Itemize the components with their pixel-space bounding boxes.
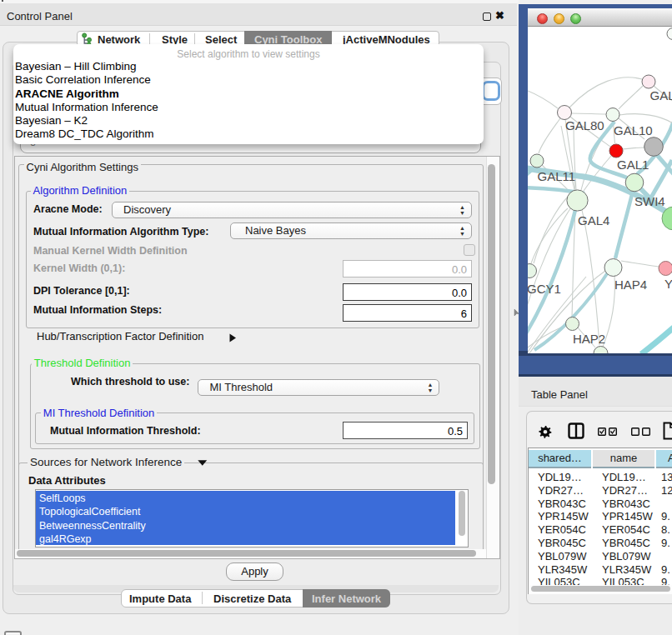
svg-text:GAL11: GAL11 xyxy=(538,169,576,183)
svg-text:GAL80: GAL80 xyxy=(565,118,604,132)
svg-text:GCY1: GCY1 xyxy=(528,282,561,296)
svg-text:HAP2: HAP2 xyxy=(573,332,605,346)
svg-text:HAP4: HAP4 xyxy=(614,278,647,292)
svg-text:Y: Y xyxy=(664,277,672,291)
svg-text:GAL7: GAL7 xyxy=(650,88,672,102)
svg-text:GAL1: GAL1 xyxy=(617,158,649,172)
svg-text:GAL10: GAL10 xyxy=(614,123,653,138)
svg-text:GAL4: GAL4 xyxy=(578,213,609,228)
svg-text:SWI4: SWI4 xyxy=(634,194,665,208)
